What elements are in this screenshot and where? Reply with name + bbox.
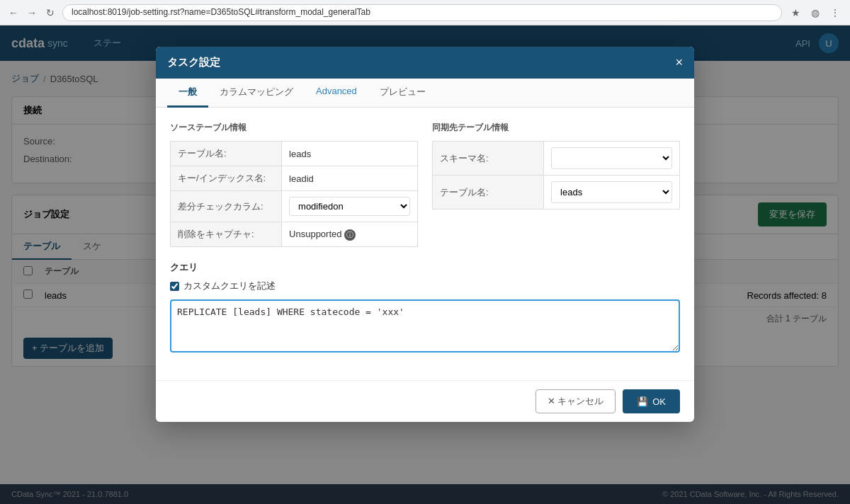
- source-table-name-label: テーブル名:: [171, 142, 282, 166]
- source-key-label: キー/インデックス名:: [171, 166, 282, 191]
- ok-button[interactable]: 💾 OK: [623, 389, 680, 413]
- modal-tab-preview[interactable]: プレビュー: [368, 79, 437, 108]
- dest-schema-label: スキーマ名:: [433, 142, 544, 176]
- source-delete-row: 削除をキャプチャ: Unsupported ⓘ: [171, 222, 418, 247]
- dest-table-col: 同期先テーブル情報 スキーマ名:: [432, 122, 680, 247]
- diff-select-container: modifiedon: [289, 197, 410, 216]
- url-bar[interactable]: localhost:8019/job-setting.rst?name=D365…: [62, 4, 782, 21]
- source-diff-value: modifiedon: [282, 191, 418, 222]
- dest-table-select[interactable]: leads: [551, 181, 672, 203]
- modal-footer: ✕ キャンセル 💾 OK: [156, 380, 694, 422]
- menu-icon[interactable]: ⋮: [827, 5, 843, 21]
- dest-table-label: テーブル名:: [433, 176, 544, 210]
- modal-body: ソーステーブル情報 テーブル名: leads キー/インデックス名: leadi…: [156, 108, 694, 380]
- source-diff-label: 差分チェックカラム:: [171, 191, 282, 222]
- two-col-layout: ソーステーブル情報 テーブル名: leads キー/インデックス名: leadi…: [170, 122, 680, 247]
- dest-schema-value: [544, 142, 680, 176]
- query-section: クエリ カスタムクエリを記述 REPLICATE [leads] WHERE s…: [170, 261, 680, 355]
- ok-label: OK: [652, 396, 666, 407]
- dest-table-row: テーブル名: leads: [433, 176, 680, 210]
- dest-schema-row: スキーマ名:: [433, 142, 680, 176]
- dest-section-label: 同期先テーブル情報: [432, 122, 680, 134]
- forward-button[interactable]: →: [26, 6, 38, 19]
- source-table-name-row: テーブル名: leads: [171, 142, 418, 166]
- modal-overlay: タスク設定 × 一般 カラムマッピング Advanced プレビュー ソーステー…: [0, 25, 850, 504]
- source-info-table: テーブル名: leads キー/インデックス名: leadid 差分チェックカラ…: [170, 141, 418, 247]
- query-textarea[interactable]: REPLICATE [leads] WHERE statecode = 'xxx…: [170, 299, 680, 353]
- modal-tabs: 一般 カラムマッピング Advanced プレビュー: [156, 79, 694, 108]
- source-diff-row: 差分チェックカラム: modifiedon: [171, 191, 418, 222]
- custom-query-label: カスタムクエリを記述: [183, 280, 276, 292]
- query-label: クエリ: [170, 261, 680, 274]
- modal-header: タスク設定 ×: [156, 47, 694, 79]
- reload-button[interactable]: ↻: [44, 6, 57, 19]
- source-table-col: ソーステーブル情報 テーブル名: leads キー/インデックス名: leadi…: [170, 122, 418, 247]
- modal-tab-advanced[interactable]: Advanced: [305, 79, 368, 108]
- ok-icon: 💾: [637, 396, 648, 407]
- diff-select[interactable]: modifiedon: [289, 197, 410, 216]
- back-button[interactable]: ←: [7, 6, 20, 19]
- modal-title: タスク設定: [167, 56, 220, 69]
- cancel-button[interactable]: ✕ キャンセル: [536, 389, 616, 413]
- query-textarea-container: REPLICATE [leads] WHERE statecode = 'xxx…: [170, 299, 680, 355]
- app-container: cdata sync ステー API U ジョブ / D365toSQL 接続: [0, 25, 850, 504]
- extensions-icon[interactable]: ◍: [808, 5, 823, 21]
- source-delete-label: 削除をキャプチャ:: [171, 222, 282, 247]
- source-key-row: キー/インデックス名: leadid: [171, 166, 418, 191]
- modal-tab-column-mapping[interactable]: カラムマッピング: [208, 79, 305, 108]
- modal: タスク設定 × 一般 カラムマッピング Advanced プレビュー ソーステー…: [156, 47, 694, 422]
- modal-close-button[interactable]: ×: [675, 55, 683, 70]
- source-table-name-value: leads: [282, 142, 418, 166]
- source-delete-value: Unsupported ⓘ: [282, 222, 418, 247]
- bookmark-icon[interactable]: ★: [788, 5, 803, 21]
- browser-chrome: ← → ↻ localhost:8019/job-setting.rst?nam…: [0, 0, 850, 25]
- dest-schema-select[interactable]: [551, 147, 672, 169]
- info-icon[interactable]: ⓘ: [344, 229, 356, 241]
- dest-info-table: スキーマ名: テーブル名:: [432, 141, 680, 210]
- source-key-value: leadid: [282, 166, 418, 191]
- dest-table-value: leads: [544, 176, 680, 210]
- custom-query-checkbox[interactable]: [170, 282, 179, 291]
- source-section-label: ソーステーブル情報: [170, 122, 418, 134]
- modal-tab-general[interactable]: 一般: [167, 79, 208, 108]
- custom-query-check: カスタムクエリを記述: [170, 280, 680, 292]
